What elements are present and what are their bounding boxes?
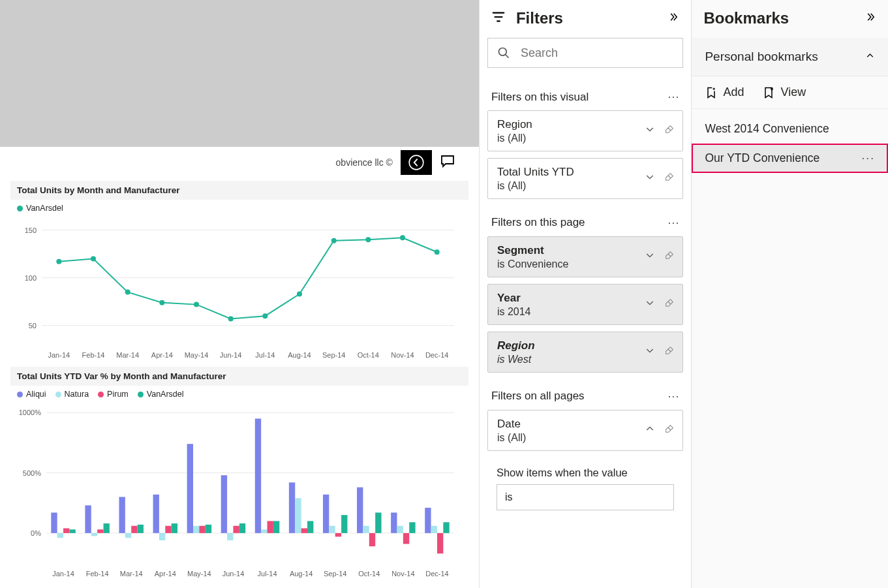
comment-button[interactable] xyxy=(440,153,455,172)
chart-bar-ytd-var[interactable]: Total Units YTD Var % by Month and Manuf… xyxy=(10,367,468,583)
svg-text:Jul-14: Jul-14 xyxy=(258,570,277,578)
bookmark-more-button[interactable]: ··· xyxy=(861,151,875,165)
filter-value: is 2014 xyxy=(497,306,645,318)
filter-card-page-1[interactable]: Year is 2014 xyxy=(487,284,684,325)
bookmark-view-icon xyxy=(762,86,775,99)
search-input[interactable] xyxy=(519,46,674,61)
filter-value: is (All) xyxy=(497,180,645,192)
svg-text:Oct-14: Oct-14 xyxy=(358,570,380,578)
chevron-up-icon xyxy=(865,51,875,63)
section-more-button[interactable]: ··· xyxy=(667,90,679,104)
svg-rect-96 xyxy=(443,522,449,533)
svg-rect-77 xyxy=(199,526,205,533)
svg-text:Jun-14: Jun-14 xyxy=(222,570,245,578)
svg-rect-93 xyxy=(341,515,347,533)
clear-filter-icon[interactable] xyxy=(664,424,675,437)
chevron-up-icon[interactable] xyxy=(645,424,655,437)
report-background-top xyxy=(0,0,479,147)
svg-text:Jan-14: Jan-14 xyxy=(52,570,74,578)
clear-filter-icon[interactable] xyxy=(664,172,675,185)
svg-rect-75 xyxy=(131,526,137,533)
svg-rect-91 xyxy=(273,521,279,533)
bookmark-actions: Add View xyxy=(692,76,888,109)
report-toolbar: obvience llc © xyxy=(5,147,474,178)
svg-point-27 xyxy=(331,238,337,243)
svg-rect-74 xyxy=(97,529,103,533)
chevron-down-icon[interactable] xyxy=(645,172,655,185)
view-bookmarks-button[interactable]: View xyxy=(762,85,806,99)
legend-label: VanArsdel xyxy=(26,204,63,213)
bookmarks-list: West 2014 ConvenienceOur YTD Convenience… xyxy=(692,109,888,178)
svg-text:Jul-14: Jul-14 xyxy=(255,351,275,359)
section-more-button[interactable]: ··· xyxy=(667,390,679,403)
filters-title: Filters xyxy=(516,9,658,27)
chart-line-total-units[interactable]: Total Units by Month and Manufacturer Va… xyxy=(10,181,468,364)
filter-name: Segment xyxy=(497,243,645,258)
svg-rect-67 xyxy=(261,529,267,533)
svg-point-22 xyxy=(159,300,164,305)
filter-search-box[interactable] xyxy=(487,38,684,68)
chevron-down-icon[interactable] xyxy=(645,124,655,137)
clear-filter-icon[interactable] xyxy=(664,124,675,137)
chevron-down-icon[interactable] xyxy=(645,250,655,263)
chart-title: Total Units by Month and Manufacturer xyxy=(10,181,468,200)
clear-filter-icon[interactable] xyxy=(664,345,675,358)
svg-rect-79 xyxy=(268,521,273,533)
svg-text:0%: 0% xyxy=(31,529,41,537)
chevron-down-icon[interactable] xyxy=(645,298,655,311)
add-bookmark-button[interactable]: Add xyxy=(705,85,744,99)
filter-card-page-0[interactable]: Segment is Convenience xyxy=(487,236,684,277)
clear-filter-icon[interactable] xyxy=(664,250,675,263)
operator-select[interactable]: is xyxy=(497,484,675,510)
svg-text:May-14: May-14 xyxy=(185,351,209,359)
filter-card-page-2[interactable]: Region is West xyxy=(487,332,684,373)
section-more-button[interactable]: ··· xyxy=(667,216,679,230)
filter-section-title: Filters on all pages xyxy=(491,390,585,403)
filter-card-visual-1[interactable]: Total Units YTD is (All) xyxy=(487,158,684,199)
legend-label: Aliqui xyxy=(26,390,46,399)
svg-rect-71 xyxy=(397,526,403,533)
legend-item[interactable]: Aliqui xyxy=(17,390,46,399)
legend-item[interactable]: Natura xyxy=(55,390,89,399)
collapse-bookmarks-button[interactable] xyxy=(865,11,876,25)
svg-text:Aug-14: Aug-14 xyxy=(288,351,311,359)
svg-rect-52 xyxy=(153,495,159,533)
svg-line-100 xyxy=(668,176,671,178)
bookmark-item[interactable]: West 2014 Convenience xyxy=(692,114,888,144)
filter-card-all-0[interactable]: Date is (All) xyxy=(487,410,684,451)
svg-text:150: 150 xyxy=(25,226,37,234)
svg-point-24 xyxy=(228,317,234,322)
svg-rect-53 xyxy=(187,444,193,533)
filter-value: is Convenience xyxy=(497,258,645,270)
svg-rect-54 xyxy=(221,475,227,533)
clear-filter-icon[interactable] xyxy=(664,298,675,311)
svg-text:Aug-14: Aug-14 xyxy=(290,570,313,578)
legend-item[interactable]: VanArsdel xyxy=(138,390,184,399)
legend-item[interactable]: VanArsdel xyxy=(17,204,63,213)
svg-rect-51 xyxy=(119,497,125,533)
legend-label: VanArsdel xyxy=(147,390,184,399)
svg-rect-61 xyxy=(57,533,63,538)
svg-rect-83 xyxy=(403,533,409,544)
chevron-down-icon[interactable] xyxy=(645,345,655,358)
svg-rect-84 xyxy=(437,533,443,553)
comment-icon xyxy=(440,153,455,169)
svg-rect-80 xyxy=(301,528,307,533)
svg-line-101 xyxy=(668,254,671,256)
svg-text:Sep-14: Sep-14 xyxy=(324,570,346,578)
collapse-filters-button[interactable] xyxy=(667,11,679,25)
svg-rect-49 xyxy=(51,512,57,533)
filter-value: is West xyxy=(497,354,645,365)
chart-svg: 50100150Jan-14Feb-14Mar-14Apr-14May-14Ju… xyxy=(10,214,467,364)
report-canvas: obvience llc © Total Units by Month and … xyxy=(0,0,479,588)
filter-card-visual-0[interactable]: Region is (All) xyxy=(487,110,684,151)
svg-rect-90 xyxy=(239,523,245,533)
personal-bookmarks-header[interactable]: Personal bookmarks xyxy=(692,38,888,76)
bookmark-item[interactable]: Our YTD Convenience··· xyxy=(692,144,888,173)
svg-rect-89 xyxy=(206,525,211,533)
back-logo-button[interactable] xyxy=(401,150,432,175)
svg-rect-95 xyxy=(409,522,415,533)
svg-line-102 xyxy=(668,302,671,304)
svg-rect-60 xyxy=(425,508,431,533)
legend-item[interactable]: Pirum xyxy=(98,390,129,399)
